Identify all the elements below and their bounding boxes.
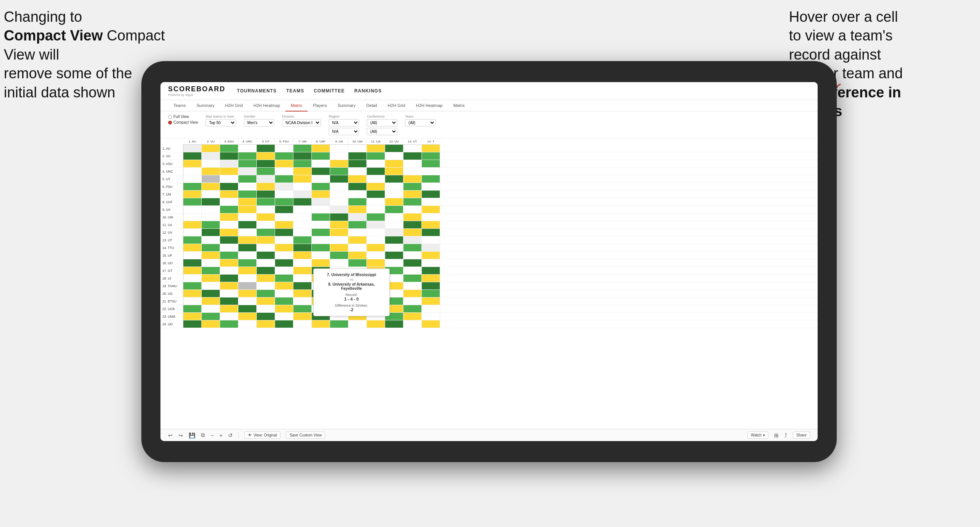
matrix-cell[interactable] [293,252,312,259]
matrix-cell[interactable] [312,145,330,152]
matrix-cell[interactable] [403,191,422,198]
matrix-cell[interactable] [330,191,348,198]
matrix-cell[interactable] [275,152,293,160]
matrix-cell[interactable] [348,206,367,213]
matrix-cell[interactable] [348,175,367,183]
matrix-cell[interactable] [257,213,275,221]
matrix-cell[interactable] [403,313,422,320]
matrix-cell[interactable] [367,221,385,228]
matrix-cell[interactable] [220,152,238,160]
matrix-cell[interactable] [257,229,275,236]
region-select2[interactable]: N/A [329,128,359,135]
matrix-cell[interactable] [257,191,275,198]
matrix-cell[interactable] [403,198,422,205]
matrix-cell[interactable] [385,152,403,160]
matrix-cell[interactable] [275,313,293,320]
matrix-cell[interactable] [330,252,348,259]
matrix-cell[interactable] [257,313,275,320]
matrix-cell[interactable] [293,267,312,274]
matrix-cell[interactable] [238,305,257,312]
matrix-cell[interactable] [275,160,293,167]
matrix-cell[interactable] [220,229,238,236]
matrix-cell[interactable] [220,320,238,328]
matrix-cell[interactable] [220,313,238,320]
matrix-cell[interactable] [403,320,422,328]
matrix-cell[interactable] [293,282,312,289]
zoom-plus-icon[interactable]: + [219,432,222,438]
matrix-cell[interactable] [238,206,257,213]
matrix-cell[interactable] [183,236,202,244]
matrix-cell[interactable] [257,206,275,213]
matrix-cell[interactable] [330,320,348,328]
matrix-cell[interactable] [183,282,202,289]
matrix-cell[interactable] [403,244,422,251]
matrix-cell[interactable] [385,175,403,183]
matrix-cell[interactable] [238,297,257,305]
matrix-cell[interactable] [257,183,275,190]
matrix-cell[interactable] [348,244,367,251]
matrix-cell[interactable] [293,236,312,244]
matrix-cell[interactable] [403,275,422,282]
matrix-cell[interactable] [293,206,312,213]
matrix-cell[interactable] [257,198,275,205]
matrix-cell[interactable] [403,290,422,297]
undo-icon[interactable]: ↩ [168,432,173,438]
matrix-cell[interactable] [257,259,275,267]
sub-nav-h2hgrid1[interactable]: H2H Grid [220,100,248,112]
matrix-cell[interactable] [202,145,220,152]
matrix-cell[interactable] [385,320,403,328]
matrix-cell[interactable] [367,191,385,198]
matrix-cell[interactable] [422,145,440,152]
matrix-cell[interactable] [293,191,312,198]
matrix-cell[interactable] [403,236,422,244]
matrix-cell[interactable] [367,244,385,251]
matrix-cell[interactable] [257,145,275,152]
matrix-cell[interactable] [183,275,202,282]
matrix-cell[interactable] [422,191,440,198]
matrix-cell[interactable] [403,175,422,183]
matrix-cell[interactable] [312,213,330,221]
matrix-cell[interactable] [312,244,330,251]
matrix-cell[interactable] [238,282,257,289]
matrix-cell[interactable] [202,221,220,228]
matrix-cell[interactable] [275,282,293,289]
matrix-cell[interactable] [202,297,220,305]
matrix-cell[interactable] [220,191,238,198]
matrix-cell[interactable] [312,191,330,198]
matrix-cell[interactable] [183,168,202,175]
matrix-cell[interactable] [385,168,403,175]
matrix-cell[interactable] [385,221,403,228]
matrix-cell[interactable] [293,152,312,160]
matrix-cell[interactable] [422,275,440,282]
matrix-cell[interactable] [257,282,275,289]
matrix-cell[interactable] [403,252,422,259]
matrix-cell[interactable] [183,206,202,213]
matrix-cell[interactable] [202,160,220,167]
grid-icon[interactable]: ⊞ [774,432,779,438]
matrix-cell[interactable] [238,320,257,328]
matrix-cell[interactable] [422,168,440,175]
matrix-cell[interactable] [422,198,440,205]
matrix-cell[interactable] [220,145,238,152]
matrix-cell[interactable] [422,160,440,167]
matrix-cell[interactable] [385,206,403,213]
matrix-cell[interactable] [275,305,293,312]
matrix-cell[interactable] [330,244,348,251]
matrix-cell[interactable] [202,206,220,213]
matrix-cell[interactable] [275,191,293,198]
matrix-cell[interactable] [275,236,293,244]
matrix-cell[interactable] [348,259,367,267]
gender-select[interactable]: Men's [244,119,274,126]
matrix-cell[interactable] [293,290,312,297]
matrix-cell[interactable] [257,297,275,305]
matrix-cell[interactable] [257,221,275,228]
matrix-cell[interactable] [238,236,257,244]
matrix-cell[interactable] [312,198,330,205]
matrix-cell[interactable] [348,152,367,160]
matrix-cell[interactable] [330,221,348,228]
matrix-cell[interactable] [422,290,440,297]
team-select[interactable]: (All) [405,119,436,126]
matrix-cell[interactable] [220,213,238,221]
matrix-cell[interactable] [238,191,257,198]
compact-view-radio[interactable]: Compact View [168,120,198,124]
